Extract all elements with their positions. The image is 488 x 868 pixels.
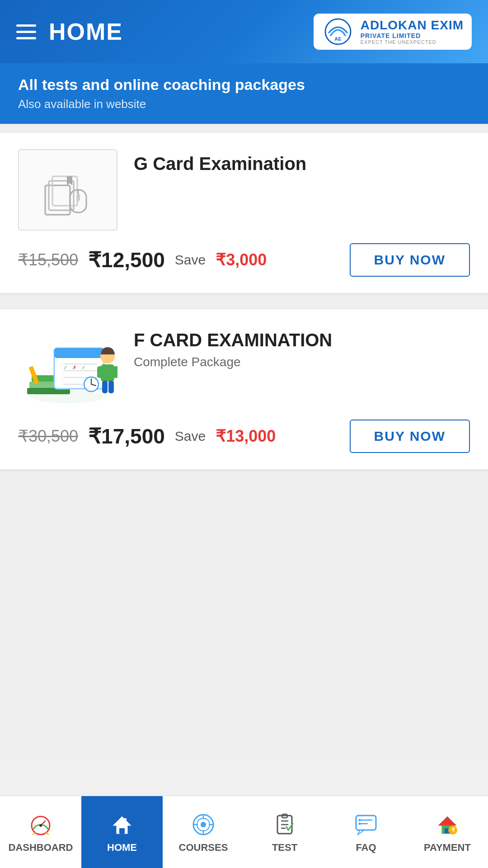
test-icon-wrap [271, 811, 298, 838]
svg-rect-28 [113, 366, 117, 378]
buy-button-f-card[interactable]: BUY NOW [350, 420, 470, 453]
svg-rect-40 [124, 818, 127, 823]
save-label-g-card: Save [175, 252, 206, 268]
bottom-navigation: DASHBOARD HOME [0, 796, 488, 868]
course-title-g-card: G Card Examination [134, 149, 306, 174]
price-area-g-card: ₹15,500 ₹12,500 Save ₹3,000 [18, 248, 267, 272]
dashboard-icon [29, 813, 52, 836]
svg-rect-30 [108, 381, 114, 393]
save-label-f-card: Save [175, 429, 206, 444]
payment-icon-wrap: ₹ [434, 811, 461, 838]
courses-icon-wrap [190, 811, 217, 838]
svg-marker-59 [438, 816, 456, 826]
course-image-f-card: ✓ ✗ ✓ [18, 326, 117, 407]
logo-subtitle: PRIVATE LIMITED [361, 32, 464, 39]
app-header: HOME AE ADLOKAN EXIM PRIVATE LIMITED EXP… [0, 0, 488, 63]
svg-point-56 [359, 819, 361, 821]
nav-item-courses[interactable]: COURSES [163, 796, 244, 868]
hamburger-menu[interactable] [16, 24, 36, 39]
card-top-f-card: ✓ ✗ ✓ [18, 326, 470, 407]
course-info-f-card: F CARD EXAMINATION Complete Package [134, 326, 332, 369]
svg-text:✗: ✗ [72, 364, 77, 371]
nav-label-payment: PAYMENT [424, 842, 471, 854]
nav-item-test[interactable]: TEST [244, 796, 325, 868]
svg-point-43 [201, 822, 206, 827]
logo-text: ADLOKAN EXIM PRIVATE LIMITED EXPECT THE … [361, 19, 464, 45]
books-mouse-icon [36, 158, 99, 222]
svg-text:✓: ✓ [81, 364, 86, 371]
nav-label-courses: COURSES [179, 842, 228, 854]
svg-text:AE: AE [334, 36, 341, 42]
logo-icon: AE [322, 18, 354, 45]
home-icon [110, 813, 134, 836]
home-icon-wrap [108, 811, 136, 838]
save-amount-g-card: ₹3,000 [216, 250, 267, 269]
svg-rect-27 [97, 366, 103, 378]
price-area-f-card: ₹30,500 ₹17,500 Save ₹13,000 [18, 424, 276, 448]
svg-point-33 [39, 824, 42, 827]
save-amount-f-card: ₹13,000 [216, 427, 276, 446]
banner-subtitle: Also available in website [18, 97, 470, 111]
courses-icon [192, 813, 215, 836]
course-title-f-card: F CARD EXAMINATION [134, 326, 332, 350]
nav-label-home: HOME [107, 842, 137, 854]
dashboard-icon-wrap [27, 811, 54, 838]
card-bottom-g-card: ₹15,500 ₹12,500 Save ₹3,000 BUY NOW [18, 243, 470, 277]
svg-rect-39 [119, 828, 125, 834]
buy-button-g-card[interactable]: BUY NOW [350, 243, 470, 277]
course-info-g-card: G Card Examination [134, 149, 306, 174]
card-bottom-f-card: ₹30,500 ₹17,500 Save ₹13,000 BUY NOW [18, 420, 470, 453]
course-card-g-card: G Card Examination ₹15,500 ₹12,500 Save … [0, 133, 488, 293]
promo-banner: All tests and online coaching packages A… [0, 63, 488, 124]
current-price-g-card: ₹12,500 [88, 248, 165, 272]
logo-tagline: EXPECT THE UNEXPECTED [361, 39, 464, 45]
nav-label-dashboard: DASHBOARD [9, 842, 73, 854]
nav-item-dashboard[interactable]: DASHBOARD [0, 796, 81, 868]
logo-name: ADLOKAN EXIM [361, 19, 464, 33]
banner-title: All tests and online coaching packages [18, 76, 470, 94]
original-price-g-card: ₹15,500 [18, 250, 78, 269]
svg-text:✓: ✓ [63, 364, 68, 371]
nav-label-test: TEST [272, 842, 297, 854]
header-left: HOME [16, 18, 123, 45]
page-title: HOME [49, 18, 123, 45]
original-price-f-card: ₹30,500 [18, 427, 78, 446]
nav-item-faq[interactable]: FAQ [325, 796, 407, 868]
faq-icon-wrap [352, 811, 380, 838]
svg-point-57 [359, 822, 361, 825]
calendar-illustration-icon: ✓ ✗ ✓ [18, 326, 117, 407]
svg-rect-29 [102, 381, 108, 393]
test-icon [273, 813, 296, 836]
payment-icon: ₹ [436, 813, 459, 836]
nav-item-payment[interactable]: ₹ PAYMENT [407, 796, 488, 868]
svg-rect-7 [76, 193, 80, 201]
svg-rect-14 [54, 348, 104, 358]
logo: AE ADLOKAN EXIM PRIVATE LIMITED EXPECT T… [314, 14, 472, 50]
svg-text:₹: ₹ [451, 827, 455, 834]
card-top: G Card Examination [18, 149, 470, 231]
course-card-f-card: ✓ ✗ ✓ [0, 309, 488, 469]
current-price-f-card: ₹17,500 [88, 424, 165, 448]
nav-label-faq: FAQ [356, 842, 376, 854]
course-image-g-card [18, 149, 117, 231]
faq-icon [354, 813, 378, 836]
nav-item-home[interactable]: HOME [81, 796, 163, 868]
course-subtitle-f-card: Complete Package [134, 355, 332, 369]
main-content: G Card Examination ₹15,500 ₹12,500 Save … [0, 124, 488, 757]
